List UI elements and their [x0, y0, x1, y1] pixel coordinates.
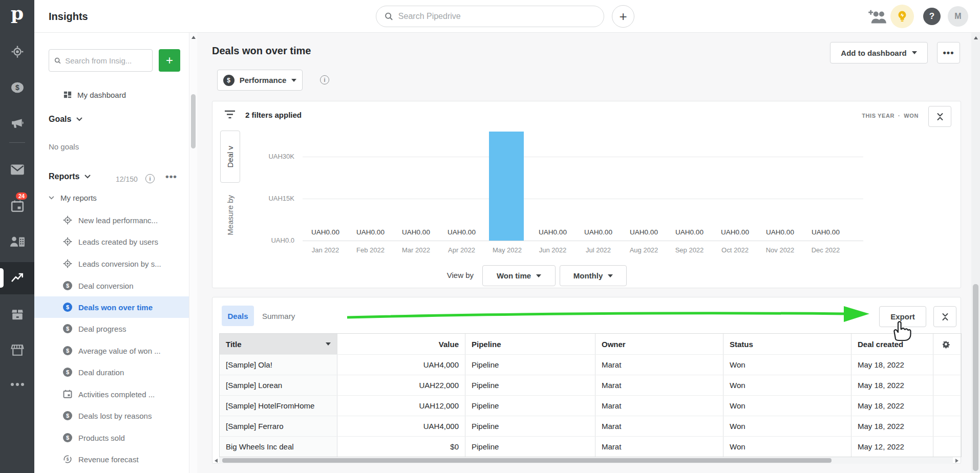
global-search-input[interactable]: [398, 12, 595, 21]
table-row[interactable]: [Sample] Ola! UAH4,000 Pipeline Marat Wo…: [220, 354, 961, 375]
table-row[interactable]: [Sample] Ferraro UAH4,000 Pipeline Marat…: [220, 416, 961, 436]
range-label: THIS YEAR: [862, 113, 894, 119]
svg-text:$: $: [67, 457, 69, 462]
chart-value-label: UAH0.00: [530, 228, 576, 236]
target-icon: [11, 45, 24, 58]
goals-header[interactable]: Goals: [49, 115, 82, 124]
quick-add-button[interactable]: +: [612, 5, 634, 28]
dollar-icon: $: [223, 75, 235, 86]
mail-nav-icon[interactable]: [0, 164, 34, 178]
rail-divider: [9, 142, 25, 143]
report-item[interactable]: New lead performanc...: [34, 209, 189, 231]
view-by-time-dropdown[interactable]: Won time: [482, 265, 556, 286]
avatar[interactable]: M: [948, 6, 968, 27]
scrollbar-thumb[interactable]: [191, 94, 196, 148]
my-reports-group[interactable]: My reports: [49, 193, 97, 202]
report-item[interactable]: $ Deal conversion: [34, 275, 189, 296]
cell-deal-created: May 18, 2022: [851, 416, 933, 436]
campaigns-nav-icon[interactable]: [0, 116, 34, 132]
filter-icon[interactable]: [224, 110, 236, 121]
main-scrollbar[interactable]: [971, 33, 980, 473]
reports-more-icon[interactable]: •••: [165, 171, 177, 182]
scroll-up-arrow[interactable]: [191, 36, 196, 39]
cell-empty: [933, 437, 958, 457]
chart-month-label: Mar 2022: [393, 246, 439, 254]
global-search[interactable]: [376, 6, 604, 27]
reports-header[interactable]: Reports: [49, 172, 91, 181]
cell-title[interactable]: [Sample] Lorean: [220, 375, 337, 395]
report-item-deals-won-over-time[interactable]: $ Deals won over time: [34, 296, 189, 318]
column-header-title[interactable]: Title: [220, 334, 337, 354]
report-info-icon[interactable]: i: [320, 75, 329, 84]
collapse-chart-button[interactable]: [928, 106, 951, 127]
products-nav-icon[interactable]: [0, 308, 34, 324]
cell-title[interactable]: Big Wheels Inc deal: [220, 437, 337, 457]
column-header-deal-created[interactable]: Deal created: [851, 334, 933, 354]
report-item[interactable]: $ Products sold: [34, 427, 189, 448]
tab-summary[interactable]: Summary: [262, 306, 295, 326]
reports-title: Reports: [49, 172, 79, 181]
column-header-value[interactable]: Value: [337, 334, 465, 354]
export-button[interactable]: Export: [879, 306, 926, 327]
create-report-button[interactable]: +: [159, 49, 180, 72]
store-icon: [10, 343, 25, 357]
leads-nav-icon[interactable]: [0, 45, 34, 60]
report-item[interactable]: Leads created by users: [34, 231, 189, 252]
report-item[interactable]: $ Deals lost by reasons: [34, 405, 189, 426]
filters-applied-label[interactable]: 2 filters applied: [245, 111, 302, 119]
hscroll-right-arrow[interactable]: [955, 459, 958, 463]
column-header-pipeline[interactable]: Pipeline: [465, 334, 595, 354]
hscroll-left-arrow[interactable]: [215, 459, 218, 463]
view-by-granularity-dropdown[interactable]: Monthly: [560, 265, 627, 286]
contacts-nav-icon[interactable]: [0, 235, 34, 249]
measure-field-dropdown[interactable]: Deal v: [220, 131, 240, 183]
column-header-owner[interactable]: Owner: [595, 334, 723, 354]
hscrollbar-thumb[interactable]: [222, 458, 832, 463]
table-row[interactable]: Big Wheels Inc deal $0 Pipeline Marat Wo…: [220, 436, 961, 457]
report-item[interactable]: $ Revenue forecast: [34, 448, 189, 470]
search-icon: [385, 12, 393, 21]
insights-nav-icon[interactable]: [0, 270, 34, 286]
cell-status: Won: [723, 437, 851, 457]
cell-title[interactable]: [Sample] HotelFromHome: [220, 396, 337, 416]
insights-search[interactable]: [49, 49, 153, 72]
chart-month-label: Sep 2022: [667, 246, 712, 254]
cell-pipeline: Pipeline: [465, 396, 595, 416]
table-row[interactable]: [Sample] Lorean UAH22,000 Pipeline Marat…: [220, 375, 961, 395]
deals-nav-icon[interactable]: $: [0, 81, 34, 96]
cell-value: UAH12,000: [337, 396, 465, 416]
report-item[interactable]: Activities completed ...: [34, 383, 189, 405]
sidebar-scrollbar[interactable]: [189, 33, 197, 473]
table-horizontal-scrollbar[interactable]: [219, 457, 953, 464]
table-row[interactable]: [Sample] HotelFromHome UAH12,000 Pipelin…: [220, 395, 961, 416]
scroll-up-arrow[interactable]: [974, 36, 978, 39]
chart-month-label: Aug 2022: [621, 246, 667, 254]
column-header-status[interactable]: Status: [723, 334, 851, 354]
scrollbar-thumb[interactable]: [973, 284, 978, 471]
pipedrive-logo[interactable]: p: [0, 2, 34, 24]
whats-new-button[interactable]: [890, 5, 914, 28]
report-item[interactable]: $ Deal progress: [34, 318, 189, 339]
column-settings-button[interactable]: [933, 334, 958, 354]
insights-search-input[interactable]: [65, 56, 147, 65]
add-to-dashboard-button[interactable]: Add to dashboard: [830, 42, 928, 63]
cell-title[interactable]: [Sample] Ferraro: [220, 416, 337, 436]
chevron-down-icon: [536, 274, 541, 277]
bar-may-2022[interactable]: [489, 132, 524, 241]
cell-title[interactable]: [Sample] Ola!: [220, 355, 337, 375]
report-item[interactable]: Leads conversion by s...: [34, 253, 189, 274]
reports-info-icon[interactable]: i: [145, 174, 155, 183]
report-more-button[interactable]: •••: [937, 42, 960, 63]
chevron-down-icon: [76, 117, 82, 121]
help-button[interactable]: ?: [923, 8, 941, 25]
marketplace-nav-icon[interactable]: [0, 343, 34, 359]
more-nav-icon[interactable]: [0, 380, 34, 389]
activities-nav-icon[interactable]: [0, 200, 34, 215]
tab-deals[interactable]: Deals: [222, 306, 254, 326]
invite-users-button[interactable]: [867, 9, 887, 26]
report-item[interactable]: $ Deal duration: [34, 361, 189, 383]
sidebar-item-my-dashboard[interactable]: My dashboard: [34, 85, 189, 104]
report-type-selector[interactable]: $ Performance: [217, 70, 303, 91]
collapse-table-button[interactable]: [933, 306, 956, 327]
report-item[interactable]: $ Average value of won ...: [34, 340, 189, 361]
